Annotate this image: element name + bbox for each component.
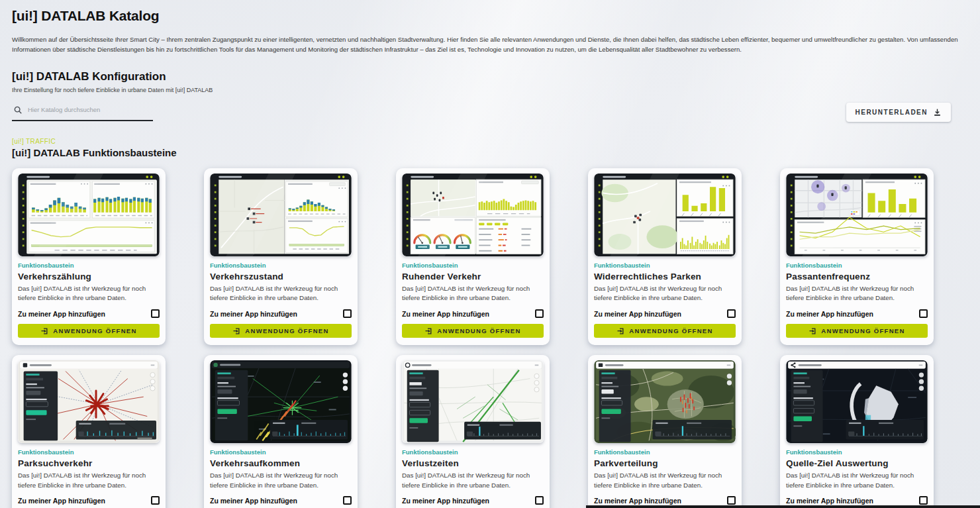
add-to-app-label: Zu meiner App hinzufügen [594, 497, 681, 505]
card-title: Passantenfrequenz [786, 272, 928, 281]
add-to-app-checkbox[interactable] [535, 309, 544, 318]
card-thumbnail-dashboard [594, 174, 736, 256]
card-grid: Funktionsbaustein Verkehrszählung Das [u… [12, 168, 968, 508]
card-description: Das [ui!] DATALAB ist Ihr Werkzeug für n… [18, 471, 160, 490]
card-description: Das [ui!] DATALAB ist Ihr Werkzeug für n… [594, 471, 736, 490]
add-to-app-checkbox[interactable] [151, 496, 160, 505]
page-title: [ui!] DATALAB Katalog [12, 8, 968, 24]
card-description: Das [ui!] DATALAB ist Ihr Werkzeug für n… [210, 284, 352, 303]
card-title: Verkehrsaufkommen [210, 458, 352, 468]
add-to-app-label: Zu meiner App hinzufügen [210, 497, 297, 505]
open-app-icon [424, 327, 432, 335]
card-thumbnail-satellite-app [594, 360, 736, 443]
open-app-label: ANWENDUNG ÖFFNEN [437, 327, 520, 334]
search-icon [13, 105, 23, 115]
add-to-app-checkbox[interactable] [919, 309, 928, 318]
card-title: Verkehrszustand [210, 272, 352, 281]
card-type-label: Funktionsbaustein [18, 448, 160, 456]
card-type-label: Funktionsbaustein [210, 448, 352, 456]
card-thumbnail-map-app [402, 360, 544, 443]
add-to-app-checkbox[interactable] [727, 309, 736, 318]
app-card-verlustzeiten: Funktionsbaustein Verlustzeiten Das [ui!… [396, 355, 550, 508]
app-card-passantenfrequenz: Funktionsbaustein Passantenfrequenz Das … [780, 168, 934, 345]
search-input[interactable] [28, 106, 140, 113]
app-card-parkverteilung: Funktionsbaustein Parkverteilung Das [ui… [588, 355, 742, 508]
download-icon [933, 108, 942, 117]
card-type-label: Funktionsbaustein [210, 262, 352, 269]
add-to-app-checkbox[interactable] [727, 496, 736, 505]
add-to-app-label: Zu meiner App hinzufügen [18, 497, 105, 505]
card-thumbnail-dashboard [210, 174, 352, 256]
card-thumbnail-map-app [786, 360, 928, 443]
add-to-app-row: Zu meiner App hinzufügen [402, 496, 544, 505]
card-description: Das [ui!] DATALAB ist Ihr Werkzeug für n… [18, 284, 160, 303]
card-type-label: Funktionsbaustein [594, 448, 736, 456]
card-type-label: Funktionsbaustein [594, 262, 736, 269]
open-app-label: ANWENDUNG ÖFFNEN [821, 327, 905, 334]
add-to-app-label: Zu meiner App hinzufügen [18, 310, 105, 318]
add-to-app-row: Zu meiner App hinzufügen [786, 496, 928, 505]
card-type-label: Funktionsbaustein [18, 262, 160, 269]
card-description: Das [ui!] DATALAB ist Ihr Werkzeug für n… [402, 471, 544, 490]
card-thumbnail-map-app [210, 360, 352, 443]
card-description: Das [ui!] DATALAB ist Ihr Werkzeug für n… [402, 284, 544, 303]
add-to-app-checkbox[interactable] [151, 309, 160, 318]
card-thumbnail-dashboard [786, 174, 928, 256]
app-card-ruhender-verkehr: Funktionsbaustein Ruhender Verkehr Das [… [396, 168, 550, 345]
card-title: Parksuchverkehr [18, 458, 160, 468]
open-app-icon [808, 327, 816, 335]
app-card-verkehrsaufkommen: Funktionsbaustein Verkehrsaufkommen Das … [204, 355, 358, 508]
add-to-app-label: Zu meiner App hinzufügen [786, 310, 873, 318]
open-app-button[interactable]: ANWENDUNG ÖFFNEN [402, 324, 544, 338]
card-description: Das [ui!] DATALAB ist Ihr Werkzeug für n… [594, 284, 736, 303]
add-to-app-row: Zu meiner App hinzufügen [594, 309, 736, 318]
add-to-app-row: Zu meiner App hinzufügen [18, 496, 160, 505]
open-app-button[interactable]: ANWENDUNG ÖFFNEN [210, 324, 352, 338]
download-button[interactable]: HERUNTERLADEN [846, 103, 952, 122]
app-card-quelle-ziel-auswertung: Funktionsbaustein Quelle-Ziel Auswertung… [780, 355, 934, 508]
add-to-app-checkbox[interactable] [535, 496, 544, 505]
add-to-app-label: Zu meiner App hinzufügen [786, 497, 873, 505]
add-to-app-checkbox[interactable] [343, 309, 352, 318]
open-app-label: ANWENDUNG ÖFFNEN [245, 327, 328, 334]
card-title: Parkverteilung [594, 458, 736, 468]
card-description: Das [ui!] DATALAB ist Ihr Werkzeug für n… [210, 471, 352, 490]
window-edge-artifact [586, 505, 980, 508]
card-type-label: Funktionsbaustein [402, 262, 544, 269]
card-title: Quelle-Ziel Auswertung [786, 458, 928, 468]
add-to-app-checkbox[interactable] [343, 496, 352, 505]
add-to-app-row: Zu meiner App hinzufügen [210, 496, 352, 505]
add-to-app-row: Zu meiner App hinzufügen [786, 309, 928, 318]
app-card-verkehrszustand: Funktionsbaustein Verkehrszustand Das [u… [204, 168, 358, 345]
konfiguration-title: [ui!] DATALAB Konfiguration [12, 70, 968, 83]
card-description: Das [ui!] DATALAB ist Ihr Werkzeug für n… [786, 284, 928, 303]
app-card-parksuchverkehr: Funktionsbaustein Parksuchverkehr Das [u… [12, 355, 166, 508]
search-field[interactable] [12, 103, 153, 121]
page: [ui!] DATALAB Katalog Willkommen auf der… [0, 0, 980, 508]
open-app-icon [232, 327, 240, 335]
card-type-label: Funktionsbaustein [402, 448, 544, 456]
card-type-label: Funktionsbaustein [786, 262, 928, 269]
add-to-app-row: Zu meiner App hinzufügen [210, 309, 352, 318]
add-to-app-checkbox[interactable] [919, 496, 928, 505]
app-card-verkehrszaehlung: Funktionsbaustein Verkehrszählung Das [u… [12, 168, 166, 345]
open-app-icon [616, 327, 624, 335]
konfiguration-subtitle: Ihre Einstellung für noch tiefere Einbli… [12, 87, 968, 93]
add-to-app-row: Zu meiner App hinzufügen [402, 309, 544, 318]
card-type-label: Funktionsbaustein [786, 448, 928, 456]
toolbar: HERUNTERLADEN [12, 103, 968, 122]
open-app-button[interactable]: ANWENDUNG ÖFFNEN [18, 324, 160, 338]
category-label: [ui!] TRAFFIC [12, 138, 968, 145]
download-button-label: HERUNTERLADEN [856, 109, 928, 116]
open-app-icon [40, 327, 48, 335]
add-to-app-row: Zu meiner App hinzufügen [594, 496, 736, 505]
add-to-app-label: Zu meiner App hinzufügen [594, 310, 681, 318]
app-card-widerrechtliches-parken: Funktionsbaustein Widerrechtliches Parke… [588, 168, 742, 345]
open-app-label: ANWENDUNG ÖFFNEN [53, 327, 136, 334]
open-app-button[interactable]: ANWENDUNG ÖFFNEN [786, 324, 928, 338]
card-thumbnail-dashboard [18, 174, 160, 256]
card-title: Verlustzeiten [402, 458, 544, 468]
add-to-app-row: Zu meiner App hinzufügen [18, 309, 160, 318]
open-app-button[interactable]: ANWENDUNG ÖFFNEN [594, 324, 736, 338]
add-to-app-label: Zu meiner App hinzufügen [210, 310, 297, 318]
